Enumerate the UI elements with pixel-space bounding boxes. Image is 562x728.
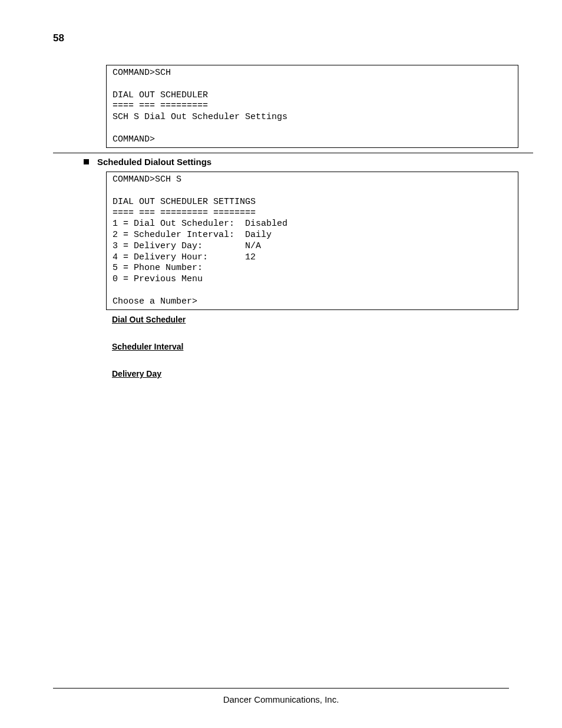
page-content: COMMAND>SCH DIAL OUT SCHEDULER ==== === … [82, 65, 509, 378]
section-heading-text: Scheduled Dialout Settings [97, 157, 211, 167]
section-heading: Scheduled Dialout Settings [82, 157, 509, 167]
footer-text: Dancer Communications, Inc. [53, 694, 509, 704]
section-divider [53, 153, 533, 153]
subheading-dial-out-scheduler: Dial Out Scheduler [112, 315, 509, 324]
terminal-output-1: COMMAND>SCH DIAL OUT SCHEDULER ==== === … [106, 65, 518, 148]
square-bullet-icon [84, 159, 89, 164]
page-footer: Dancer Communications, Inc. [53, 688, 509, 704]
subheading-delivery-day: Delivery Day [112, 369, 509, 378]
footer-divider [53, 688, 509, 689]
terminal-output-2: COMMAND>SCH S DIAL OUT SCHEDULER SETTING… [106, 172, 518, 310]
subheading-scheduler-interval: Scheduler Interval [112, 342, 509, 351]
page-number: 58 [53, 32, 64, 44]
